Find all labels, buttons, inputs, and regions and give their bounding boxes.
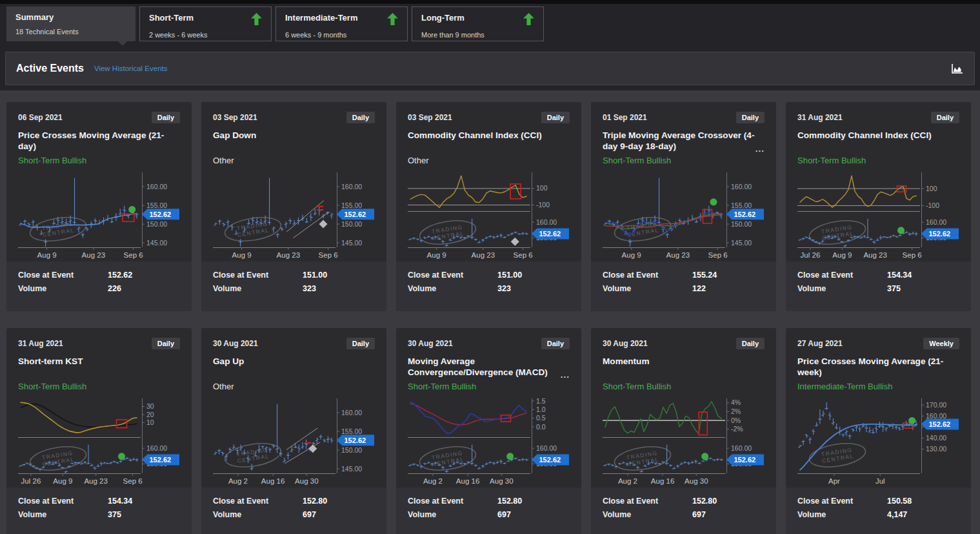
- period-badge: Daily: [541, 338, 570, 349]
- tab-title: Long-Term: [421, 13, 465, 23]
- volume-label: Volume: [213, 510, 303, 519]
- view-historical-events-link[interactable]: View Historical Events: [94, 65, 168, 72]
- svg-text:152.62: 152.62: [345, 436, 366, 444]
- svg-text:Aug 9: Aug 9: [622, 251, 641, 259]
- event-chart: TRADINGCENTRAL100-100160.00150.00152.62J…: [797, 171, 959, 264]
- svg-text:152.62: 152.62: [929, 230, 951, 238]
- svg-text:145.00: 145.00: [731, 239, 752, 247]
- event-card[interactable]: 31 Aug 2021 Daily Commodity Channel Inde…: [786, 102, 971, 311]
- event-card[interactable]: 01 Sep 2021 Daily Triple Moving Average …: [591, 102, 776, 311]
- period-badge: Daily: [541, 112, 570, 123]
- header-section: Summary 18 Technical Events Short-Term 2…: [0, 0, 980, 90]
- svg-text:Apr: Apr: [828, 477, 840, 485]
- trend-up-arrow-icon: [251, 13, 262, 25]
- event-sentiment: Other: [213, 156, 375, 170]
- svg-text:Sep 6: Sep 6: [123, 477, 143, 485]
- svg-text:4%: 4%: [731, 398, 741, 406]
- event-title: Commodity Channel Index (CCI): [408, 130, 570, 156]
- svg-text:10: 10: [146, 418, 154, 426]
- period-badge: Daily: [736, 338, 765, 349]
- volume-value: 697: [497, 510, 570, 519]
- event-sentiment: Intermediate-Term Bullish: [797, 382, 959, 396]
- close-at-event-value: 155.24: [692, 271, 765, 280]
- close-at-event-value: 151.00: [303, 271, 375, 280]
- event-card-footer: Close at Event 150.58 Volume 4,147: [786, 488, 971, 534]
- close-at-event-label: Close at Event: [408, 497, 497, 506]
- volume-label: Volume: [797, 510, 887, 519]
- event-card[interactable]: 30 Aug 2021 Daily Gap Up Other TRADINGCE…: [201, 328, 386, 534]
- tab-short-term[interactable]: Short-Term 2 weeks - 6 weeks: [139, 6, 272, 41]
- event-title: Momentum: [603, 356, 765, 382]
- svg-text:152.62: 152.62: [539, 230, 561, 238]
- svg-text:160.00: 160.00: [536, 444, 557, 452]
- tab-intermediate-term[interactable]: Intermediate-Term 6 weeks - 9 months: [275, 6, 408, 41]
- event-card-footer: Close at Event 152.80 Volume 697: [396, 488, 581, 534]
- event-card[interactable]: 31 Aug 2021 Daily Short-term KST Short-T…: [6, 328, 192, 534]
- svg-text:Aug 9: Aug 9: [832, 251, 852, 259]
- svg-text:0.0: 0.0: [536, 423, 546, 431]
- term-tabs: Summary 18 Technical Events Short-Term 2…: [0, 4, 980, 46]
- svg-text:30: 30: [146, 402, 154, 410]
- svg-text:-2%: -2%: [731, 425, 743, 433]
- close-at-event-value: 150.58: [887, 497, 959, 506]
- trend-up-arrow-icon: [387, 13, 398, 25]
- active-events-bar: Active Events View Historical Events: [5, 52, 975, 85]
- event-card[interactable]: 27 Aug 2021 Weekly Price Crosses Moving …: [786, 328, 971, 534]
- svg-text:Aug 16: Aug 16: [456, 477, 479, 485]
- event-title: Price Crosses Moving Average (21-day): [18, 130, 180, 156]
- period-badge: Daily: [152, 112, 180, 123]
- area-chart-icon[interactable]: [951, 63, 964, 74]
- event-card[interactable]: 30 Aug 2021 Daily Momentum Short-Term Bu…: [591, 328, 776, 534]
- tab-summary[interactable]: Summary 18 Technical Events: [6, 6, 135, 41]
- tab-subtitle: More than 9 months: [421, 31, 534, 39]
- event-card[interactable]: 03 Sep 2021 Daily Gap Down Other TRADING…: [201, 102, 386, 311]
- event-card[interactable]: 03 Sep 2021 Daily Commodity Channel Inde…: [396, 102, 581, 311]
- tab-long-term[interactable]: Long-Term More than 9 months: [412, 6, 544, 41]
- event-sentiment: Short-Term Bullish: [603, 382, 765, 396]
- event-date: 31 Aug 2021: [18, 339, 63, 348]
- svg-text:160.00: 160.00: [146, 444, 167, 452]
- title-overflow-ellipsis: ...: [755, 143, 765, 154]
- svg-text:130.00: 130.00: [926, 445, 946, 453]
- svg-text:152.62: 152.62: [929, 420, 951, 428]
- period-badge: Daily: [346, 338, 375, 349]
- svg-text:0%: 0%: [731, 416, 741, 424]
- event-title: Triple Moving Average Crossover (4-day 9…: [603, 130, 765, 156]
- volume-value: 697: [303, 510, 375, 519]
- active-events-title: Active Events: [16, 63, 84, 74]
- svg-text:Aug 23: Aug 23: [82, 251, 105, 259]
- event-date: 31 Aug 2021: [797, 113, 843, 122]
- svg-text:Aug 9: Aug 9: [427, 251, 446, 259]
- svg-text:100: 100: [536, 184, 548, 192]
- event-card-footer: Close at Event 152.62 Volume 226: [6, 262, 192, 311]
- svg-text:Jul 26: Jul 26: [801, 251, 821, 259]
- event-chart: TRADINGCENTRAL4%2%0%-2%160.00150.00152.6…: [603, 397, 765, 490]
- volume-label: Volume: [603, 510, 692, 519]
- event-card[interactable]: 30 Aug 2021 Daily Moving Average Converg…: [396, 328, 581, 534]
- close-at-event-label: Close at Event: [18, 497, 108, 506]
- tab-title: Short-Term: [149, 13, 194, 23]
- event-card-footer: Close at Event 152.80 Volume 697: [591, 488, 776, 534]
- svg-text:Aug 9: Aug 9: [53, 477, 72, 485]
- volume-value: 323: [497, 284, 570, 293]
- svg-text:Jul 26: Jul 26: [21, 477, 41, 485]
- volume-label: Volume: [18, 284, 108, 293]
- period-badge: Daily: [346, 112, 375, 123]
- svg-text:150.00: 150.00: [341, 446, 362, 454]
- event-chart: TRADINGCENTRAL1.51.00.50.0160.00150.0015…: [408, 397, 570, 490]
- svg-text:145.00: 145.00: [341, 465, 362, 473]
- event-card[interactable]: 06 Sep 2021 Daily Price Crosses Moving A…: [6, 102, 192, 311]
- svg-text:152.62: 152.62: [734, 456, 756, 464]
- event-sentiment: Short-Term Bullish: [797, 156, 959, 170]
- event-title: Short-term KST: [18, 356, 180, 382]
- svg-text:Sep 6: Sep 6: [514, 251, 533, 259]
- svg-text:155.00: 155.00: [341, 427, 362, 435]
- svg-text:Aug 23: Aug 23: [277, 251, 300, 259]
- svg-text:152.62: 152.62: [150, 211, 172, 218]
- tab-subtitle: 2 weeks - 6 weeks: [149, 31, 262, 39]
- close-at-event-label: Close at Event: [603, 497, 692, 506]
- svg-text:Sep 6: Sep 6: [319, 251, 338, 259]
- svg-text:-100: -100: [926, 201, 939, 209]
- svg-text:2%: 2%: [731, 407, 741, 415]
- close-at-event-value: 154.34: [108, 497, 180, 506]
